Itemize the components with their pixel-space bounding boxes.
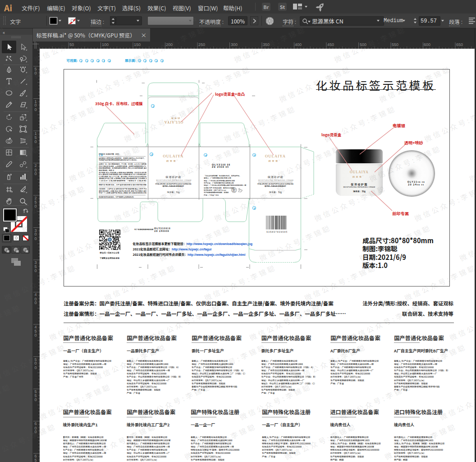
svg-text:600: 600 (424, 42, 430, 47)
svg-text:50: 50 (69, 42, 74, 47)
svg-text:5: 5 (35, 458, 37, 462)
svg-text:0: 0 (35, 232, 37, 236)
svg-text:0: 0 (35, 300, 37, 305)
svg-text:200: 200 (166, 42, 173, 47)
svg-text:0: 0 (35, 171, 37, 176)
svg-text:550: 550 (392, 42, 398, 47)
svg-text:0: 0 (35, 333, 37, 337)
svg-text:6: 6 (35, 421, 37, 426)
svg-text:350: 350 (263, 42, 270, 47)
svg-text:0: 0 (35, 139, 37, 144)
svg-text:0: 0 (35, 236, 37, 241)
svg-text:0: 0 (35, 365, 37, 370)
svg-text:2: 2 (35, 163, 37, 168)
svg-text:250: 250 (198, 42, 205, 47)
svg-text:0: 0 (35, 103, 37, 107)
svg-text:0: 0 (35, 397, 37, 402)
svg-text:400: 400 (295, 42, 302, 47)
svg-text:100: 100 (102, 42, 109, 47)
svg-text:4: 4 (35, 292, 37, 297)
svg-text:0: 0 (35, 71, 37, 75)
svg-text:0: 0 (35, 204, 37, 208)
svg-text:0: 0 (35, 268, 37, 273)
svg-text:650: 650 (456, 42, 463, 47)
svg-text:0: 0 (35, 107, 37, 112)
svg-text:500: 500 (360, 42, 366, 47)
svg-text:450: 450 (327, 42, 334, 47)
svg-text:0: 0 (35, 430, 37, 434)
svg-text:300: 300 (231, 42, 238, 47)
svg-text:0: 0 (35, 361, 37, 365)
svg-text:150: 150 (134, 42, 141, 47)
